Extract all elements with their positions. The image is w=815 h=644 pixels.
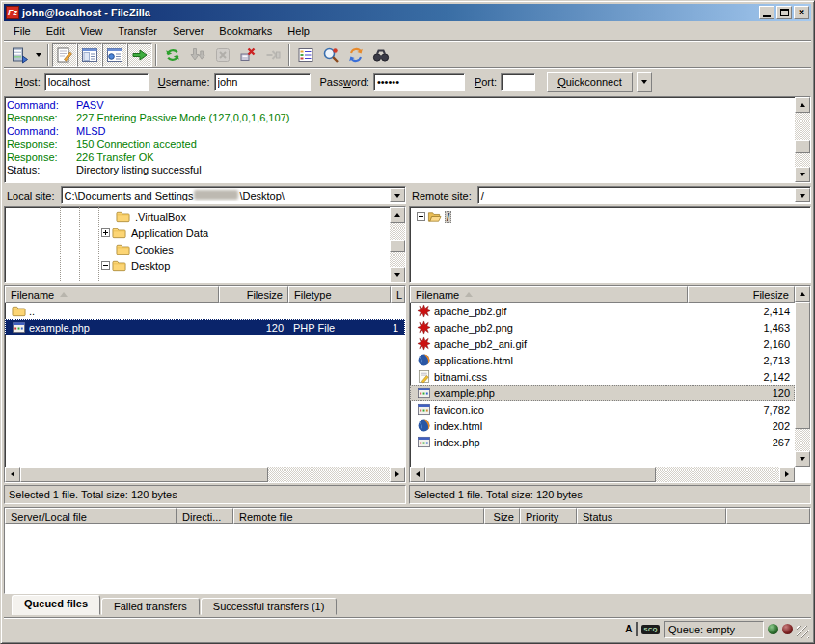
speed-limits-icon[interactable]: SCQ [641, 625, 660, 634]
log-scrollbar[interactable] [795, 97, 810, 182]
local-site-combobox[interactable]: C:\Documents and Settings\Desktop\ [61, 186, 406, 204]
username-input[interactable] [214, 73, 311, 91]
menu-item-view[interactable]: View [72, 23, 111, 39]
local-hscrollbar[interactable] [5, 467, 405, 482]
file-row-index-php[interactable]: index.php267 [410, 434, 795, 450]
site-manager-dropdown-button[interactable] [33, 43, 44, 67]
local-tree-scroll-down-button[interactable] [390, 267, 405, 282]
remote-scroll-left-button[interactable] [410, 467, 425, 482]
remote-vscrollbar[interactable] [795, 286, 810, 467]
file-row-apache-pb2-png[interactable]: apache_pb2.png1,463 [410, 319, 795, 335]
disconnect-button[interactable] [235, 43, 260, 67]
toggle-local-tree-button[interactable] [77, 43, 102, 67]
arrow-right-icon [395, 471, 399, 477]
tree-item-application-data[interactable]: Application Data [6, 225, 389, 241]
menu-item-file[interactable]: File [6, 23, 39, 39]
process-queue-icon [189, 46, 206, 64]
local-tree-scroll-thumb[interactable] [390, 240, 405, 252]
local-site-dropdown-button[interactable] [390, 188, 405, 202]
folder-icon [112, 258, 126, 273]
menu-item-server[interactable]: Server [165, 23, 211, 39]
tab-failed-transfers[interactable]: Failed transfers [101, 598, 200, 615]
port-input[interactable] [501, 73, 535, 91]
toggle-message-log-button[interactable] [52, 43, 77, 67]
local-tree-scrollbar[interactable] [390, 207, 405, 282]
tree-item-cookies[interactable]: Cookies [6, 241, 389, 257]
tab-successful-transfers-1-[interactable]: Successful transfers (1) [201, 598, 338, 615]
column-header-status[interactable]: Status [577, 508, 726, 524]
column-header-filename[interactable]: Filename [5, 286, 219, 303]
local-scroll-thumb[interactable] [20, 467, 268, 482]
column-header-priority[interactable]: Priority [520, 508, 577, 524]
directory-listing-filters-button[interactable] [293, 43, 318, 67]
column-header-size[interactable]: Size [484, 508, 520, 524]
app-icon[interactable]: Fz [6, 6, 19, 19]
file-name: applications.html [434, 355, 513, 366]
menu-item-help[interactable]: Help [280, 23, 317, 39]
close-button[interactable]: × [794, 6, 809, 19]
site-manager-button[interactable] [8, 43, 33, 67]
tree-item-desktop[interactable]: Desktop [6, 257, 389, 274]
minimize-button[interactable] [759, 6, 774, 19]
directory-listing-filters-icon [297, 46, 314, 64]
column-header-remote-file[interactable]: Remote file [233, 508, 484, 524]
maximize-button[interactable] [776, 6, 792, 19]
remote-site-dropdown-button[interactable] [795, 188, 810, 202]
resize-grip[interactable] [797, 626, 809, 638]
log-scroll-down-button[interactable] [795, 167, 810, 182]
file-row-example-php[interactable]: example.php120 [410, 385, 795, 401]
file-row-index-html[interactable]: index.html202 [410, 417, 795, 434]
local-tree: .VirtualBoxApplication DataCookiesDeskto… [4, 206, 406, 283]
collapse-icon[interactable] [101, 261, 110, 270]
expand-icon[interactable] [101, 228, 110, 237]
menu-item-edit[interactable]: Edit [39, 23, 72, 39]
quickconnect-button[interactable]: Quickconnect [547, 72, 633, 92]
column-header-directi-[interactable]: Directi... [177, 508, 233, 524]
remote-scroll-down-button[interactable] [795, 451, 810, 467]
file-row-favicon-ico[interactable]: favicon.ico7,782 [410, 401, 795, 417]
column-header-filesize[interactable]: Filesize [688, 286, 795, 303]
local-tree-scroll-up-button[interactable] [390, 207, 405, 223]
log-scroll-thumb[interactable] [795, 140, 810, 153]
file-row-apache-pb2-gif[interactable]: apache_pb2.gif2,414 [410, 303, 795, 319]
column-header-end[interactable] [726, 508, 810, 524]
local-scroll-right-button[interactable] [390, 467, 405, 482]
quickconnect-dropdown-button[interactable] [637, 72, 652, 92]
log-scroll-up-button[interactable] [795, 97, 810, 113]
file-name: example.php [29, 322, 90, 334]
expand-icon[interactable] [417, 212, 425, 221]
tree-item--virtualbox[interactable]: .VirtualBox [6, 208, 389, 225]
refresh-button[interactable] [160, 43, 185, 67]
menu-item-bookmarks[interactable]: Bookmarks [211, 23, 280, 39]
find-files-button[interactable] [368, 43, 394, 67]
column-header-server-local-file[interactable]: Server/Local file [5, 508, 177, 524]
remote-hscrollbar[interactable] [410, 467, 795, 482]
remote-site-combobox[interactable]: / [477, 186, 811, 204]
column-header-l[interactable]: L [391, 286, 405, 303]
file-row-example-php[interactable]: example.php120PHP File1 [5, 319, 405, 335]
password-input[interactable] [373, 73, 465, 91]
file-row-applications-html[interactable]: applications.html2,713 [410, 352, 795, 368]
tree-item-root[interactable]: / [411, 208, 809, 225]
synchronized-browsing-button[interactable] [343, 43, 368, 67]
column-header-filename[interactable]: Filename [410, 286, 688, 303]
remote-scroll-right-button[interactable] [779, 467, 795, 482]
compare-directories-button[interactable] [318, 43, 343, 67]
local-scroll-left-button[interactable] [5, 467, 20, 482]
file-row--[interactable]: .. [5, 303, 405, 319]
transfer-queue: Server/Local fileDirecti...Remote fileSi… [4, 507, 811, 615]
host-input[interactable] [44, 73, 149, 91]
file-row-bitnami-css[interactable]: bitnami.css2,142 [410, 368, 795, 385]
column-header-filetype[interactable]: Filetype [288, 286, 391, 303]
toggle-transfer-queue-button[interactable] [127, 43, 152, 67]
remote-scroll-thumb[interactable] [795, 302, 810, 429]
tab-queued-files[interactable]: Queued files [12, 595, 100, 615]
remote-scroll-thumb-h[interactable] [425, 467, 656, 482]
menu-item-transfer[interactable]: Transfer [110, 23, 165, 39]
remote-scroll-up-button[interactable] [795, 286, 810, 302]
toggle-remote-tree-button[interactable] [102, 43, 127, 67]
queue-body [5, 524, 810, 593]
file-row-apache-pb2-ani-gif[interactable]: apache_pb2_ani.gif2,160 [410, 335, 795, 352]
datatype-ascii-icon[interactable]: A [622, 622, 638, 636]
column-header-filesize[interactable]: Filesize [219, 286, 288, 303]
